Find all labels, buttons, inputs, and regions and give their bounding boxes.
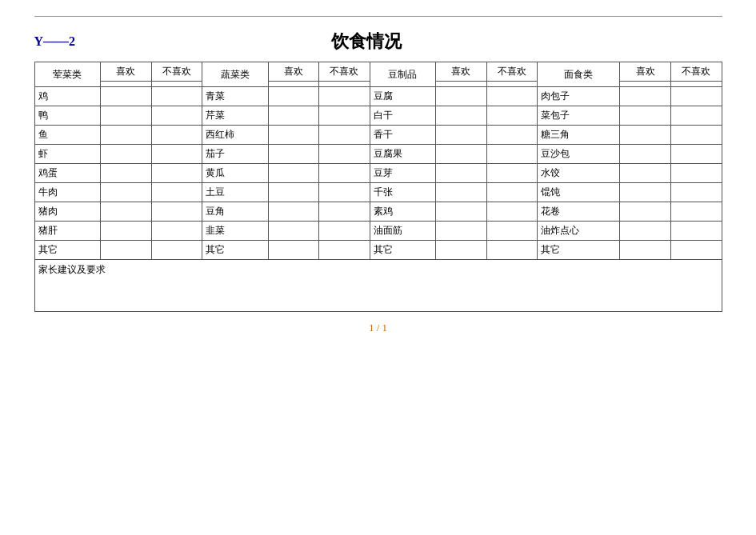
veg-item: 其它 — [202, 241, 269, 260]
meat-dislike-val — [151, 126, 202, 145]
meat-like-val — [101, 202, 152, 222]
table-header-row: 荤菜类 喜欢 不喜欢 蔬菜类 喜欢 不喜欢 豆制品 喜欢 不喜欢 面食类 喜欢 … — [34, 62, 722, 82]
veg-dislike-val — [319, 183, 370, 202]
meat-item: 鱼 — [34, 126, 101, 145]
pasta-dislike-val — [670, 202, 722, 222]
pasta-item: 豆沙包 — [538, 145, 620, 164]
veg-item: 茄子 — [202, 145, 269, 164]
meat-dislike-val — [151, 87, 202, 106]
meat-like-val — [101, 183, 152, 202]
tofu-item: 千张 — [370, 183, 436, 202]
meat-item: 鸡 — [34, 87, 101, 106]
tofu-like-val — [436, 222, 487, 241]
col-tofu-dislike-2 — [486, 82, 538, 87]
tofu-like-val — [436, 145, 487, 164]
top-divider — [34, 16, 722, 17]
veg-like-val — [268, 106, 319, 126]
table-row: 猪肝 韭菜 油面筋 油炸点心 — [34, 222, 722, 241]
meat-like-val — [101, 241, 152, 260]
tofu-like-val — [436, 183, 487, 202]
col-veg-like: 喜欢 — [268, 62, 319, 82]
parent-label: 家长建议及要求 — [38, 264, 106, 275]
veg-dislike-val — [319, 106, 370, 126]
diet-table: 荤菜类 喜欢 不喜欢 蔬菜类 喜欢 不喜欢 豆制品 喜欢 不喜欢 面食类 喜欢 … — [34, 62, 722, 312]
tofu-dislike-val — [486, 145, 538, 164]
pasta-item: 花卷 — [538, 202, 620, 222]
tofu-like-val — [436, 202, 487, 222]
pasta-dislike-val — [670, 126, 722, 145]
tofu-dislike-val — [486, 222, 538, 241]
pasta-dislike-val — [670, 145, 722, 164]
col-meat-dislike: 不喜欢 — [151, 62, 202, 82]
pasta-like-val — [620, 145, 671, 164]
tofu-dislike-val — [486, 164, 538, 183]
meat-like-val — [101, 126, 152, 145]
tofu-like-val — [436, 106, 487, 126]
pasta-like-val — [620, 87, 671, 106]
page: Y——2 饮食情况 荤菜类 喜欢 不喜欢 蔬菜类 喜欢 不喜欢 豆制品 喜欢 不… — [0, 0, 756, 535]
veg-item: 青菜 — [202, 87, 269, 106]
veg-dislike-val — [319, 164, 370, 183]
pasta-like-val — [620, 106, 671, 126]
col-meat: 荤菜类 — [34, 62, 101, 87]
header-row: Y——2 饮食情况 — [34, 30, 722, 54]
veg-item: 韭菜 — [202, 222, 269, 241]
meat-dislike-val — [151, 145, 202, 164]
pasta-like-val — [620, 183, 671, 202]
veg-like-val — [268, 87, 319, 106]
page-title: 饮食情况 — [75, 30, 658, 54]
pasta-like-val — [620, 222, 671, 241]
col-tofu-like: 喜欢 — [436, 62, 487, 82]
tofu-item: 油面筋 — [370, 222, 436, 241]
pasta-item: 糖三角 — [538, 126, 620, 145]
meat-dislike-val — [151, 106, 202, 126]
parent-suggestion-row: 家长建议及要求 — [34, 260, 722, 312]
veg-like-val — [268, 126, 319, 145]
pasta-dislike-val — [670, 241, 722, 260]
col-pasta-dislike: 不喜欢 — [670, 62, 722, 82]
col-tofu: 豆制品 — [370, 62, 436, 87]
col-pasta-like-2 — [620, 82, 671, 87]
pasta-like-val — [620, 126, 671, 145]
pasta-like-val — [620, 241, 671, 260]
pasta-item: 其它 — [538, 241, 620, 260]
pasta-dislike-val — [670, 106, 722, 126]
tofu-like-val — [436, 241, 487, 260]
col-tofu-dislike: 不喜欢 — [486, 62, 538, 82]
table-row: 猪肉 豆角 素鸡 花卷 — [34, 202, 722, 222]
veg-like-val — [268, 202, 319, 222]
veg-like-val — [268, 241, 319, 260]
pasta-item: 菜包子 — [538, 106, 620, 126]
col-veg-like-2 — [268, 82, 319, 87]
meat-like-val — [101, 222, 152, 241]
meat-item: 鸭 — [34, 106, 101, 126]
veg-like-val — [268, 164, 319, 183]
meat-dislike-val — [151, 164, 202, 183]
doc-id: Y——2 — [34, 34, 76, 49]
veg-dislike-val — [319, 126, 370, 145]
pasta-dislike-val — [670, 164, 722, 183]
veg-dislike-val — [319, 241, 370, 260]
meat-dislike-val — [151, 183, 202, 202]
pasta-item: 肉包子 — [538, 87, 620, 106]
tofu-item: 豆芽 — [370, 164, 436, 183]
tofu-dislike-val — [486, 126, 538, 145]
tofu-dislike-val — [486, 106, 538, 126]
veg-item: 芹菜 — [202, 106, 269, 126]
meat-dislike-val — [151, 222, 202, 241]
tofu-dislike-val — [486, 241, 538, 260]
meat-item: 牛肉 — [34, 183, 101, 202]
pasta-dislike-val — [670, 183, 722, 202]
veg-item: 豆角 — [202, 202, 269, 222]
col-tofu-like-2 — [436, 82, 487, 87]
pasta-dislike-val — [670, 222, 722, 241]
tofu-item: 白干 — [370, 106, 436, 126]
col-meat-like-2 — [101, 82, 152, 87]
tofu-dislike-val — [486, 87, 538, 106]
veg-like-val — [268, 145, 319, 164]
table-row: 鸡 青菜 豆腐 肉包子 — [34, 87, 722, 106]
meat-item: 其它 — [34, 241, 101, 260]
tofu-dislike-val — [486, 202, 538, 222]
veg-item: 黄瓜 — [202, 164, 269, 183]
col-veg-dislike: 不喜欢 — [319, 62, 370, 82]
